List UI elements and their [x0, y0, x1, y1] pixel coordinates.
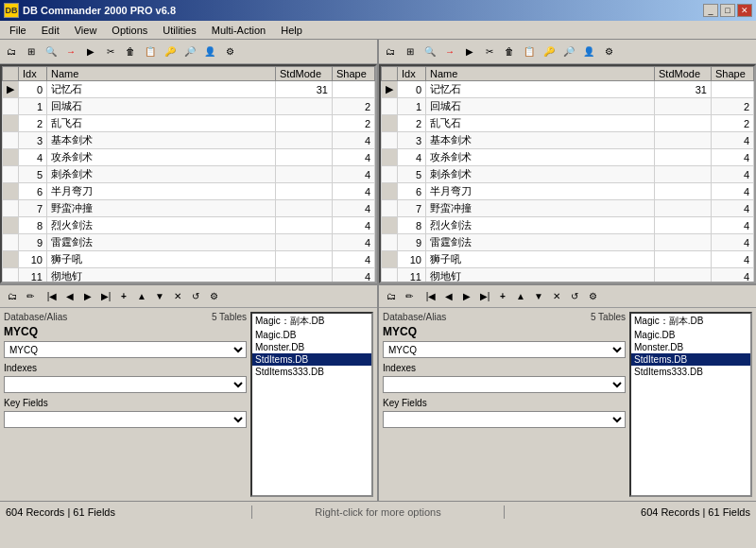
right-bt-up[interactable]: ▲ [512, 288, 529, 305]
left-db-file-item[interactable]: Monster.DB [252, 341, 371, 353]
left-bt-last[interactable]: ▶| [97, 288, 114, 305]
left-table-row[interactable]: 2 乱飞石 2 [3, 115, 375, 132]
left-bt-prev[interactable]: ◀ [61, 288, 78, 305]
right-tb-cut[interactable]: ✂ [480, 43, 499, 61]
left-bt-down[interactable]: ▼ [151, 288, 168, 305]
right-key-fields-dropdown[interactable] [383, 411, 626, 428]
right-bt-down[interactable]: ▼ [530, 288, 547, 305]
left-table-row[interactable]: 5 刺杀剑术 4 [3, 166, 375, 183]
right-tb-grid[interactable]: ⊞ [401, 43, 420, 61]
left-bt-first[interactable]: |◀ [43, 288, 60, 305]
left-table-row[interactable]: 6 半月弯刀 4 [3, 183, 375, 200]
left-tb-delete[interactable]: 🗑 [121, 43, 140, 61]
right-bt-next[interactable]: ▶ [458, 288, 475, 305]
menu-options[interactable]: Options [104, 21, 155, 39]
left-bt-next[interactable]: ▶ [79, 288, 96, 305]
left-bt-up[interactable]: ▲ [133, 288, 150, 305]
left-tb-user[interactable]: 👤 [200, 43, 219, 61]
right-table-row[interactable]: 2 乱飞石 2 [382, 115, 754, 132]
right-bt-add[interactable]: + [494, 288, 511, 305]
left-bt-add[interactable]: + [115, 288, 132, 305]
left-table-scroll[interactable]: Idx Name StdMode Shape ▶ 0 记忆石 31 1 回城石 … [0, 64, 377, 283]
menu-multi-action[interactable]: Multi-Action [204, 21, 273, 39]
left-table-row[interactable]: ▶ 0 记忆石 31 [3, 81, 375, 98]
left-tb-key[interactable]: 🔑 [161, 43, 180, 61]
left-table-row[interactable]: 1 回城石 2 [3, 98, 375, 115]
menu-view[interactable]: View [67, 21, 105, 39]
menu-file[interactable]: File [2, 21, 34, 39]
left-db-dropdown[interactable]: MYCQ [4, 341, 247, 358]
right-table-row[interactable]: 3 基本剑术 4 [382, 132, 754, 149]
right-db-file-item[interactable]: StdItems.DB [631, 353, 750, 366]
right-bt-first[interactable]: |◀ [422, 288, 439, 305]
left-key-fields-dropdown[interactable] [4, 411, 247, 428]
left-tb-cut[interactable]: ✂ [101, 43, 120, 61]
left-tb-settings[interactable]: ⚙ [220, 43, 239, 61]
left-table-row[interactable]: 9 雷霆剑法 4 [3, 234, 375, 251]
right-bt-last[interactable]: ▶| [476, 288, 493, 305]
left-tb-search[interactable]: 🔍 [42, 43, 60, 61]
left-bt-options[interactable]: ⚙ [205, 288, 222, 305]
right-bt-refresh[interactable]: ↺ [566, 288, 583, 305]
left-tb-play[interactable]: ▶ [81, 43, 100, 61]
right-tb-delete[interactable]: 🗑 [500, 43, 519, 61]
left-tb-arrow[interactable]: → [61, 43, 80, 61]
right-tb-settings[interactable]: ⚙ [599, 43, 618, 61]
left-db-file-item[interactable]: StdItems333.DB [252, 366, 371, 378]
left-tb-grid[interactable]: ⊞ [22, 43, 41, 61]
menu-utilities[interactable]: Utilities [155, 21, 203, 39]
right-tb-clipboard[interactable]: 📋 [520, 43, 539, 61]
right-table-scroll[interactable]: Idx Name StdMode Shape ▶ 0 记忆石 31 1 回城石 … [379, 64, 756, 283]
left-db-file-item[interactable]: Magic.DB [252, 329, 371, 341]
left-table-row[interactable]: 10 狮子吼 4 [3, 251, 375, 268]
right-db-file-item[interactable]: Monster.DB [631, 341, 750, 353]
right-table-row[interactable]: 8 烈火剑法 4 [382, 217, 754, 234]
left-db-list[interactable]: Magic：副本.DBMagic.DBMonster.DBStdItems.DB… [250, 312, 373, 497]
maximize-button[interactable]: □ [720, 4, 735, 17]
right-table-row[interactable]: ▶ 0 记忆石 31 [382, 81, 754, 98]
right-bt-prev[interactable]: ◀ [440, 288, 457, 305]
left-table-row[interactable]: 11 彻地钉 4 [3, 268, 375, 284]
left-db-file-item[interactable]: Magic：副本.DB [252, 314, 371, 329]
right-tb-open[interactable]: 🗂 [381, 43, 400, 61]
menu-help[interactable]: Help [273, 21, 310, 39]
left-bt-del[interactable]: ✕ [169, 288, 186, 305]
right-table-row[interactable]: 11 彻地钉 4 [382, 268, 754, 284]
right-db-file-item[interactable]: Magic：副本.DB [631, 314, 750, 329]
right-table-row[interactable]: 4 攻杀剑术 4 [382, 149, 754, 166]
left-table-row[interactable]: 7 野蛮冲撞 4 [3, 200, 375, 217]
close-button[interactable]: ✕ [737, 4, 752, 17]
right-tb-user[interactable]: 👤 [579, 43, 598, 61]
right-tb-key[interactable]: 🔑 [540, 43, 558, 61]
left-table-row[interactable]: 4 攻杀剑术 4 [3, 149, 375, 166]
right-db-file-item[interactable]: StdItems333.DB [631, 366, 750, 378]
right-tb-search[interactable]: 🔍 [421, 43, 439, 61]
left-table-row[interactable]: 3 基本剑术 4 [3, 132, 375, 149]
left-tb-zoom[interactable]: 🔎 [180, 43, 199, 61]
right-db-file-item[interactable]: Magic.DB [631, 329, 750, 341]
left-db-file-item[interactable]: StdItems.DB [252, 353, 371, 366]
left-indexes-dropdown[interactable] [4, 376, 247, 393]
right-tb-arrow[interactable]: → [440, 43, 459, 61]
right-tb-play[interactable]: ▶ [460, 43, 479, 61]
right-table-row[interactable]: 6 半月弯刀 4 [382, 183, 754, 200]
right-table-row[interactable]: 7 野蛮冲撞 4 [382, 200, 754, 217]
left-tb-clipboard[interactable]: 📋 [141, 43, 160, 61]
left-table-row[interactable]: 8 烈火剑法 4 [3, 217, 375, 234]
right-bt-options[interactable]: ⚙ [584, 288, 601, 305]
left-tb-open[interactable]: 🗂 [2, 43, 21, 61]
left-bt-edit[interactable]: ✏ [22, 288, 39, 305]
right-table-row[interactable]: 5 刺杀剑术 4 [382, 166, 754, 183]
right-table-row[interactable]: 9 雷霆剑法 4 [382, 234, 754, 251]
right-table-row[interactable]: 1 回城石 2 [382, 98, 754, 115]
right-table-row[interactable]: 10 狮子吼 4 [382, 251, 754, 268]
right-bt-del[interactable]: ✕ [548, 288, 565, 305]
menu-edit[interactable]: Edit [34, 21, 67, 39]
right-indexes-dropdown[interactable] [383, 376, 626, 393]
right-db-dropdown[interactable]: MYCQ [383, 341, 626, 358]
right-tb-zoom[interactable]: 🔎 [559, 43, 578, 61]
left-bt-refresh[interactable]: ↺ [187, 288, 204, 305]
right-bt-icon[interactable]: 🗂 [383, 288, 400, 305]
minimize-button[interactable]: _ [703, 4, 718, 17]
right-bt-edit[interactable]: ✏ [401, 288, 418, 305]
